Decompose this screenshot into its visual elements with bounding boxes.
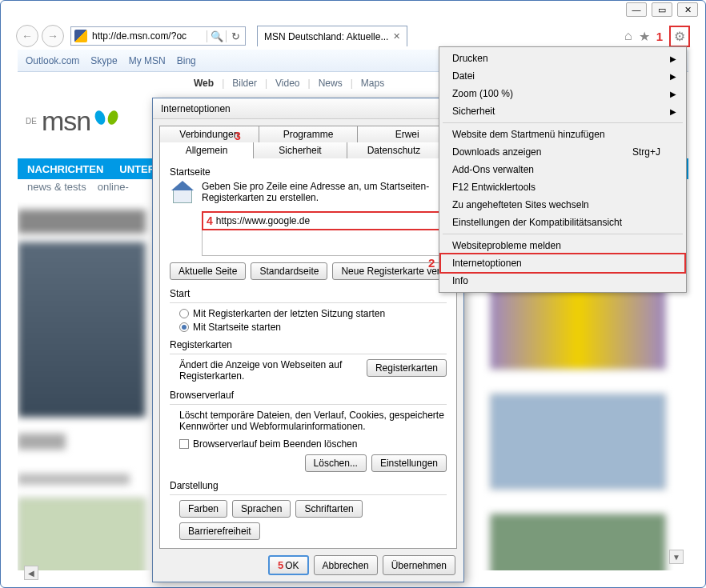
tab-close-icon[interactable]: ✕: [393, 31, 400, 42]
subcategory-links: news & tests online-: [18, 181, 129, 193]
blur-text: [18, 474, 130, 485]
menu-item[interactable]: Info: [441, 272, 684, 290]
menu-label: Zoom (100 %): [452, 88, 513, 99]
tab-sicherheit[interactable]: Sicherheit: [254, 142, 347, 158]
subnav-video[interactable]: Video: [275, 78, 299, 89]
blur-text: [18, 210, 146, 234]
delete-on-exit-checkbox[interactable]: Browserverlauf beim Beenden löschen: [179, 438, 447, 450]
new-tab-button[interactable]: Neue Registerkarte verw: [332, 262, 455, 280]
menu-label: Websiteprobleme melden: [452, 240, 561, 251]
forward-button[interactable]: →: [42, 25, 64, 47]
apply-button[interactable]: Übernehmen: [383, 555, 455, 575]
section-start: Start: [170, 288, 447, 299]
menu-label: Drucken: [452, 53, 488, 64]
menu-item[interactable]: Downloads anzeigenStrg+J: [441, 143, 684, 161]
homepage-input-highlight: 4: [202, 211, 447, 230]
radio-icon: [179, 322, 189, 332]
subnav-maps[interactable]: Maps: [361, 78, 384, 89]
menu-item[interactable]: Drucken▶: [441, 50, 684, 67]
gear-icon[interactable]: ⚙: [674, 30, 685, 43]
languages-button[interactable]: Sprachen: [232, 500, 291, 518]
menu-item[interactable]: Add-Ons verwalten: [441, 161, 684, 178]
tab-datenschutz[interactable]: Datenschutz: [347, 142, 441, 158]
menu-label: F12 Entwicklertools: [452, 182, 536, 193]
subnav-web[interactable]: Web: [194, 78, 214, 89]
content-thumb: [490, 394, 666, 490]
radio-last-session[interactable]: Mit Registerkarten der letzten Sitzung s…: [179, 308, 447, 319]
menu-item[interactable]: Zoom (100 %)▶: [441, 85, 684, 102]
url-input[interactable]: [90, 27, 207, 45]
menu-item[interactable]: F12 Entwicklertools: [441, 178, 684, 196]
subnav-news[interactable]: News: [319, 78, 343, 89]
browser-tab[interactable]: MSN Deutschland: Aktuelle... ✕: [257, 26, 407, 46]
msn-logo: msn: [42, 106, 90, 137]
chevron-right-icon: ▶: [670, 72, 676, 81]
menu-label: Einstellungen der Kompatibilitätsansicht: [452, 217, 622, 228]
ok-button[interactable]: 5OK: [268, 555, 309, 575]
subcat-link[interactable]: news & tests: [27, 181, 86, 193]
menu-item[interactable]: Zu angehefteten Sites wechseln: [441, 196, 684, 214]
minimize-button[interactable]: ―: [626, 2, 647, 17]
internet-options-dialog: Internetoptionen Verbindungen Programme …: [152, 98, 464, 582]
menu-label: Internetoptionen: [452, 258, 522, 269]
menu-separator: [443, 122, 683, 123]
tab-programme[interactable]: Programme: [259, 126, 359, 142]
cancel-button[interactable]: Abbrechen: [314, 555, 378, 575]
registerkarten-button[interactable]: Registerkarten: [367, 359, 447, 377]
top-link[interactable]: Bing: [177, 55, 196, 66]
subcat-link[interactable]: online-: [98, 181, 129, 193]
butterfly-icon: [95, 110, 118, 133]
cat-link[interactable]: NACHRICHTEN: [27, 163, 103, 175]
address-bar[interactable]: 🔍 ↻: [70, 26, 246, 46]
radio-label: Mit Registerkarten der letzten Sitzung s…: [193, 308, 385, 319]
menu-label: Downloads anzeigen: [452, 146, 541, 158]
accessibility-button[interactable]: Barrierefreiheit: [179, 522, 260, 540]
top-link[interactable]: Skype: [90, 55, 117, 66]
favorites-icon[interactable]: ★: [639, 29, 650, 44]
tab-verbindungen[interactable]: Verbindungen: [159, 126, 259, 142]
registerkarten-desc: Ändert die Anzeige von Webseiten auf Reg…: [179, 359, 359, 382]
cat-link[interactable]: UNTER: [119, 163, 155, 175]
menu-item[interactable]: Sicherheit▶: [441, 102, 684, 120]
delete-button[interactable]: Löschen...: [305, 454, 367, 472]
content-thumb: [18, 498, 146, 570]
annotation-marker-4: 4: [207, 214, 213, 227]
fonts-button[interactable]: Schriftarten: [295, 500, 362, 518]
close-button[interactable]: ✕: [677, 2, 698, 17]
home-page-icon: [170, 181, 195, 206]
homepage-textarea[interactable]: [202, 230, 447, 256]
current-page-button[interactable]: Aktuelle Seite: [170, 262, 246, 280]
menu-item[interactable]: Datei▶: [441, 67, 684, 85]
default-page-button[interactable]: Standardseite: [251, 262, 327, 280]
chevron-right-icon: ▶: [670, 54, 676, 63]
tab-allgemein[interactable]: Allgemein: [159, 142, 254, 158]
favicon-icon: [74, 30, 87, 42]
content-thumb: [18, 242, 146, 418]
homepage-input[interactable]: [216, 215, 442, 226]
startseite-desc: Geben Sie pro Zeile eine Adresse an, um …: [202, 181, 447, 206]
annotation-marker-2: 2: [428, 256, 435, 270]
menu-item[interactable]: Einstellungen der Kompatibilitätsansicht: [441, 214, 684, 231]
refresh-icon[interactable]: ↻: [226, 30, 245, 42]
maximize-button[interactable]: ▭: [652, 2, 672, 17]
menu-label: Add-Ons verwalten: [452, 164, 534, 175]
search-icon[interactable]: 🔍: [207, 30, 226, 42]
home-icon[interactable]: ⌂: [624, 29, 632, 43]
scroll-down-icon[interactable]: ▼: [669, 550, 684, 564]
colors-button[interactable]: Farben: [179, 500, 227, 518]
scroll-left-icon[interactable]: ◀: [24, 566, 38, 580]
section-browserverlauf: Browserverlauf: [170, 390, 447, 401]
settings-button[interactable]: Einstellungen: [371, 454, 447, 472]
menu-item[interactable]: Website dem Startmenü hinzufügen: [441, 126, 684, 143]
menu-item[interactable]: Internetoptionen: [441, 254, 684, 272]
radio-homepage[interactable]: Mit Startseite starten: [179, 322, 447, 333]
menu-label: Website dem Startmenü hinzufügen: [452, 129, 605, 140]
subnav-bilder[interactable]: Bilder: [232, 78, 257, 89]
top-link[interactable]: Outlook.com: [26, 55, 79, 66]
back-button[interactable]: ←: [16, 25, 38, 47]
top-link[interactable]: My MSN: [129, 55, 166, 66]
menu-item[interactable]: Websiteprobleme melden: [441, 237, 684, 254]
checkbox-label: Browserverlauf beim Beenden löschen: [193, 438, 357, 450]
chevron-right-icon: ▶: [670, 90, 676, 98]
tab-title: MSN Deutschland: Aktuelle...: [264, 31, 388, 42]
